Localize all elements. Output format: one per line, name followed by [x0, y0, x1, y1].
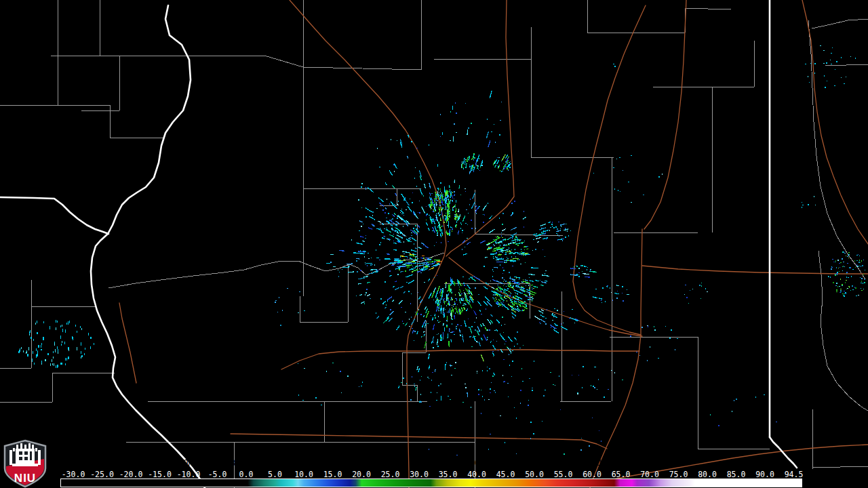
colorbar-label: 25.0: [381, 470, 400, 479]
product-title: KILX LONG RANGE BASE REFLECTIVITY (0.25K…: [155, 459, 681, 468]
colorbar-label: -30.0: [62, 470, 85, 479]
colorbar-label: 40.0: [467, 470, 486, 479]
colorbar-label: 75.0: [669, 470, 688, 479]
colorbar-label: 45.0: [496, 470, 515, 479]
colorbar-label: 90.0: [755, 470, 774, 479]
colorbar-label: 70.0: [640, 470, 659, 479]
colorbar-label: 35.0: [439, 470, 458, 479]
colorbar-label: 50.0: [525, 470, 544, 479]
colorbar-label: -15.0: [148, 470, 172, 479]
highway-lines: [119, 0, 868, 488]
colorbar-label: 15.0: [323, 470, 342, 479]
colorbar-label: 94.5: [785, 470, 804, 479]
colorbar-label: 60.0: [583, 470, 601, 479]
niu-logo-text: NIU: [14, 472, 36, 485]
colorbar-label: -5.0: [208, 470, 227, 479]
colorbar-label: -20.0: [119, 470, 143, 479]
reflectivity-colorbar: [60, 479, 802, 487]
radar-display: KILX LONG RANGE BASE REFLECTIVITY (0.25K…: [0, 0, 868, 488]
niu-logo: NIU: [1, 439, 50, 488]
colorbar-label: 30.0: [410, 470, 429, 479]
colorbar-label: 55.0: [554, 470, 573, 479]
county-boundaries: [0, 0, 868, 488]
colorbar-label: 80.0: [698, 470, 717, 479]
colorbar-scale: -30.0-25.0-20.0-15.0-10.0-5.00.05.010.01…: [0, 470, 868, 479]
radar-echoes: [18, 45, 865, 455]
colorbar-label: 0.0: [239, 470, 254, 479]
colorbar-label: -25.0: [90, 470, 114, 479]
colorbar-label: 85.0: [727, 470, 746, 479]
colorbar-label: 65.0: [612, 470, 631, 479]
colorbar-label: -10.0: [177, 470, 201, 479]
colorbar-label: 20.0: [352, 470, 371, 479]
radar-map: [0, 0, 868, 488]
colorbar-label: 5.0: [268, 470, 282, 479]
colorbar-label: 10.0: [294, 470, 313, 479]
